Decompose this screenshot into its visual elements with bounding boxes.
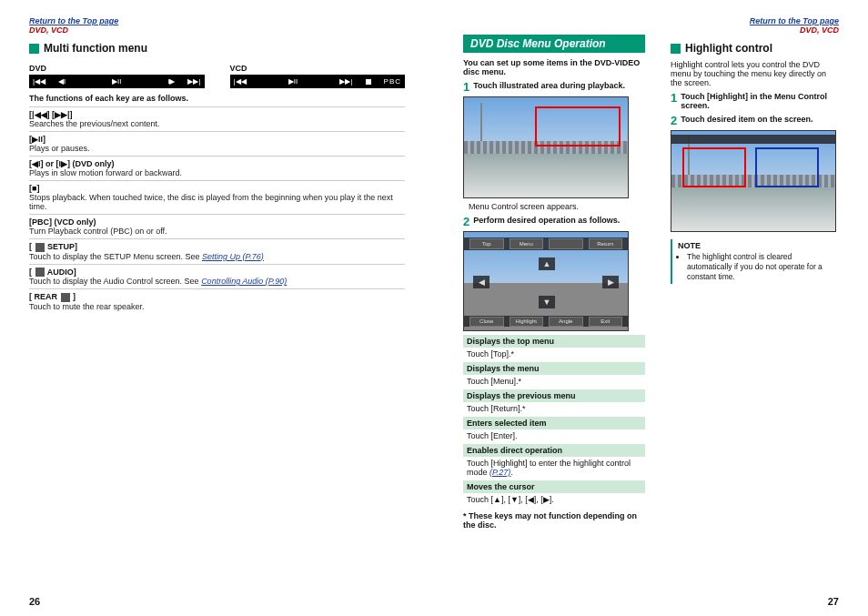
slow-fwd-icon: I▶ [167, 77, 175, 86]
audio-icon [35, 268, 45, 277]
page-number: 27 [828, 596, 839, 607]
step-1: 1Touch illustrated area during playback. [463, 81, 645, 93]
play-pause-icon: ▶II [288, 77, 298, 86]
func-item: [|◀◀] [▶▶|]Searches the previous/next co… [29, 106, 405, 131]
disc-menu-intro: You can set up some items in the DVD-VID… [463, 58, 645, 76]
page-27: Return to the Top page DVD, VCD DVD Disc… [434, 0, 868, 616]
next-icon: ▶▶| [339, 77, 352, 86]
functions-intro: The functions of each key are as follows… [29, 94, 405, 103]
func-item: [■]Stops playback. When touched twice, t… [29, 180, 405, 214]
arrow-left-icon: ◀ [473, 276, 490, 288]
page-number: 26 [29, 596, 40, 607]
menu-foot-bar: CloseHighlightAngleExit [464, 316, 628, 327]
note-title: NOTE [678, 241, 833, 250]
table-value: Touch [Menu].* [463, 375, 645, 388]
stop-icon [366, 79, 371, 85]
heading-highlight-control: Highlight control [671, 42, 839, 55]
menu-control-screenshot: TopMenuReturn ▲ ◀ ▶ ▼ CloseHighlightAngl… [463, 231, 629, 331]
playback-screenshot [463, 96, 629, 198]
return-link[interactable]: Return to the Top page [29, 16, 118, 25]
top-link-left[interactable]: Return to the Top page DVD, VCD [29, 16, 405, 35]
thumb-highlight [682, 147, 746, 187]
func-item: [ REAR ]Touch to mute the rear speaker. [29, 288, 405, 314]
note-item: The highlight control is cleared automat… [687, 252, 833, 282]
vcd-control-bar: |◀◀ ▶II ▶▶| PBC [230, 75, 406, 88]
page-26: Return to the Top page DVD, VCD Multi fu… [0, 0, 434, 616]
highlight-screenshot [671, 130, 836, 232]
table-value: Touch [▲], [▼], [◀], [▶]. [463, 493, 645, 506]
setup-link[interactable]: Setting Up (P.76) [202, 252, 264, 261]
page-link[interactable]: (P.27) [490, 468, 510, 477]
top-link-right[interactable]: Return to the Top page DVD, VCD [463, 16, 839, 35]
audio-link[interactable]: Controlling Audio (P.90) [201, 277, 287, 286]
func-item: [ SETUP]Touch to display the SETUP Menu … [29, 238, 405, 264]
play-pause-icon: ▶II [112, 77, 121, 86]
caption-1: Menu Control screen appears. [469, 202, 645, 211]
table-header: Moves the cursor [463, 480, 645, 493]
table-value: Touch [Enter]. [463, 429, 645, 442]
func-item: [PBC] (VCD only)Turn Playback control (P… [29, 214, 405, 238]
step-2: 2Perform desired operation as follows. [463, 216, 645, 227]
thumb-highlight [755, 147, 819, 187]
operation-table: Displays the top menuTouch [Top].* Displ… [463, 335, 645, 506]
slow-back-icon: ◀I [58, 77, 66, 86]
section-label: DVD, VCD [800, 25, 839, 35]
section-banner: DVD Disc Menu Operation [463, 35, 645, 53]
arrow-right-icon: ▶ [602, 276, 619, 288]
arrow-up-icon: ▲ [539, 258, 555, 270]
dvd-label: DVD [29, 64, 205, 73]
table-header: Displays the previous menu [463, 389, 645, 402]
heading-text: Multi function menu [44, 42, 147, 55]
table-header: Enables direct operation [463, 444, 645, 457]
func-item: [◀I] or [I▶] (DVD only)Plays in slow mot… [29, 156, 405, 180]
dvd-control-bar: |◀◀ ◀I ▶II I▶ ▶▶| [29, 75, 205, 88]
menu-top-bar: TopMenuReturn [464, 237, 628, 250]
touch-area-highlight [535, 106, 621, 146]
heading-multi-function: Multi function menu [29, 42, 405, 55]
heading-marker-icon [671, 44, 681, 54]
setup-icon [35, 243, 45, 252]
hc-intro: Highlight control lets you control the D… [671, 60, 839, 87]
mute-icon [61, 293, 70, 302]
vcd-label: VCD [230, 64, 406, 73]
footnote: * These keys may not function depending … [463, 511, 645, 530]
table-header: Displays the menu [463, 362, 645, 375]
heading-marker-icon [29, 44, 39, 54]
table-header: Displays the top menu [463, 335, 645, 348]
table-value: Touch [Top].* [463, 348, 645, 360]
section-label: DVD, VCD [29, 25, 68, 35]
table-header: Enters selected item [463, 417, 645, 429]
hc-step-1: 1Touch [Highlight] in the Menu Control s… [671, 92, 839, 110]
heading-text: Highlight control [685, 42, 772, 55]
hc-step-2: 2Touch desired item on the screen. [671, 115, 839, 126]
return-link[interactable]: Return to the Top page [750, 16, 839, 25]
arrow-down-icon: ▼ [539, 296, 555, 308]
table-value: Touch [Highlight] to enter the highlight… [463, 457, 645, 479]
table-value: Touch [Return].* [463, 402, 645, 415]
prev-icon: |◀◀ [33, 77, 45, 86]
next-icon: ▶▶| [187, 77, 200, 86]
pbc-label: PBC [384, 77, 401, 86]
func-item: [ AUDIO]Touch to display the Audio Contr… [29, 264, 405, 289]
func-item: [▶II]Plays or pauses. [29, 131, 405, 156]
note-box: NOTE The highlight control is cleared au… [671, 239, 839, 284]
prev-icon: |◀◀ [234, 77, 247, 86]
